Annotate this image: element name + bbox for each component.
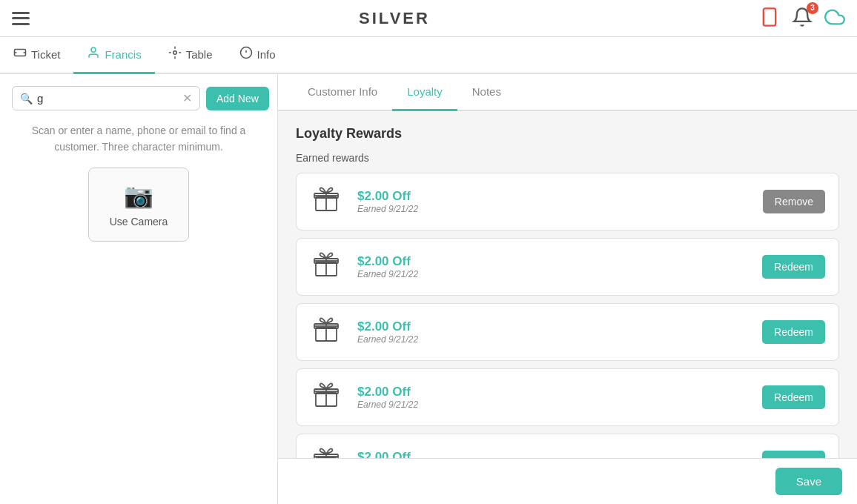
reward-info: $2.00 Off Earned 9/21/22: [357, 254, 747, 279]
info-label: Info: [257, 48, 276, 61]
reward-amount: $2.00 Off: [357, 385, 747, 399]
loyalty-panel: Loyalty Rewards Earned rewards: [278, 111, 857, 458]
reward-info: $2.00 Off Earned 9/21/22: [357, 450, 747, 458]
app-title: SILVER: [359, 9, 430, 28]
gift-icon: [310, 184, 343, 219]
search-icon: 🔍: [20, 93, 33, 105]
reward-card: $2.00 Off Earned 9/21/22 Redeem: [296, 434, 839, 458]
gift-icon: [310, 379, 343, 415]
search-box: 🔍 ✕: [12, 86, 200, 110]
gift-icon: [310, 314, 343, 350]
tab-customer-info[interactable]: Customer Info: [293, 74, 392, 111]
sidebar-item-table[interactable]: Table: [155, 37, 226, 74]
reward-info: $2.00 Off Earned 9/21/22: [357, 189, 748, 214]
ticket-label: Ticket: [31, 48, 60, 61]
redeem-button[interactable]: Redeem: [762, 451, 825, 458]
earned-label: Earned rewards: [296, 152, 839, 164]
notifications-icon[interactable]: 3: [792, 7, 813, 30]
device-icon[interactable]: [759, 7, 780, 30]
cloud-icon[interactable]: [824, 7, 845, 30]
person-icon: [87, 46, 100, 63]
table-label: Table: [186, 48, 213, 61]
sidebar-item-info[interactable]: Info: [226, 37, 289, 74]
redeem-button[interactable]: Redeem: [762, 320, 825, 344]
tab-loyalty[interactable]: Loyalty: [392, 74, 457, 111]
reward-card: $2.00 Off Earned 9/21/22 Redeem: [296, 303, 839, 361]
search-row: 🔍 ✕ Add New: [12, 86, 265, 110]
reward-card: $2.00 Off Earned 9/21/22 Redeem: [296, 238, 839, 296]
hamburger-menu-icon[interactable]: [12, 12, 30, 25]
tab-notes[interactable]: Notes: [457, 74, 516, 111]
right-panel: Customer Info Loyalty Notes Loyalty Rewa…: [278, 74, 857, 504]
reward-amount: $2.00 Off: [357, 189, 748, 204]
reward-info: $2.00 Off Earned 9/21/22: [357, 385, 747, 410]
reward-card: $2.00 Off Earned 9/21/22 Remove: [296, 173, 839, 231]
svg-point-6: [173, 51, 176, 55]
reward-card: $2.00 Off Earned 9/21/22 Redeem: [296, 368, 839, 426]
tabs-row: Customer Info Loyalty Notes: [278, 74, 857, 111]
panel-footer: Save: [278, 458, 857, 504]
clear-icon[interactable]: ✕: [182, 91, 192, 105]
reward-info: $2.00 Off Earned 9/21/22: [357, 319, 747, 345]
francis-label: Francis: [105, 48, 141, 61]
reward-date: Earned 9/21/22: [357, 269, 747, 279]
loyalty-title: Loyalty Rewards: [296, 126, 839, 142]
redeem-button[interactable]: Redeem: [762, 255, 825, 279]
gift-icon: [310, 249, 343, 285]
info-icon: [239, 46, 253, 63]
sub-nav: Ticket Francis Table: [0, 37, 857, 74]
table-icon: [168, 46, 182, 63]
ticket-icon: [13, 46, 27, 63]
remove-button[interactable]: Remove: [763, 190, 825, 213]
add-new-button[interactable]: Add New: [206, 87, 269, 110]
reward-amount: $2.00 Off: [357, 319, 747, 334]
svg-point-5: [91, 47, 96, 52]
sidebar: 🔍 ✕ Add New Scan or enter a name, phone …: [0, 74, 278, 504]
camera-label: Use Camera: [110, 216, 168, 228]
reward-amount: $2.00 Off: [357, 254, 747, 269]
search-input[interactable]: [37, 92, 178, 105]
save-button[interactable]: Save: [775, 468, 842, 495]
app-header: SILVER 3: [0, 0, 857, 37]
reward-date: Earned 9/21/22: [357, 334, 747, 345]
reward-date: Earned 9/21/22: [357, 399, 747, 410]
reward-amount: $2.00 Off: [357, 450, 747, 458]
use-camera-button[interactable]: 📷 Use Camera: [88, 168, 190, 242]
main-layout: 🔍 ✕ Add New Scan or enter a name, phone …: [0, 74, 857, 504]
reward-date: Earned 9/21/22: [357, 204, 748, 214]
search-hint: Scan or enter a name, phone or email to …: [12, 122, 265, 156]
redeem-button[interactable]: Redeem: [762, 385, 825, 409]
sidebar-item-ticket[interactable]: Ticket: [0, 37, 73, 74]
rewards-list: $2.00 Off Earned 9/21/22 Remove: [296, 173, 839, 458]
svg-rect-0: [764, 8, 775, 25]
gift-icon: [310, 445, 343, 458]
camera-icon: 📷: [124, 182, 153, 210]
sidebar-item-francis[interactable]: Francis: [73, 37, 154, 74]
notification-badge: 3: [807, 2, 818, 14]
